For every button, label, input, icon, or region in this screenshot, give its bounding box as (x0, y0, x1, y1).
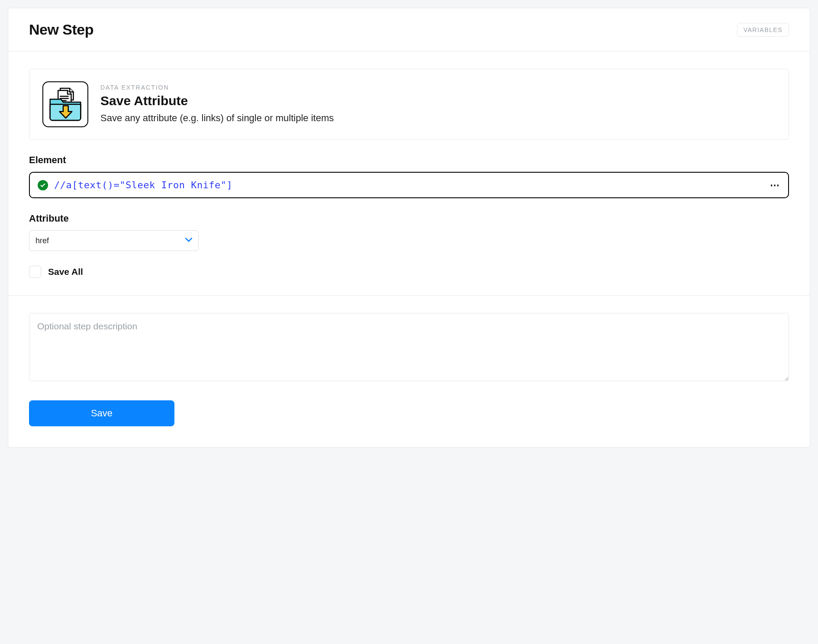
check-circle-icon (38, 180, 48, 190)
attribute-select[interactable]: href (29, 230, 199, 251)
panel-header: New Step VARIABLES (8, 8, 810, 52)
element-xpath-value[interactable]: //a[text()="Sleek Iron Knife"] (54, 180, 764, 190)
folder-download-icon (42, 81, 88, 127)
save-all-checkbox[interactable] (29, 266, 41, 278)
step-description-input[interactable] (29, 313, 789, 381)
more-menu-icon[interactable]: ⋯ (770, 180, 780, 191)
element-label: Element (29, 155, 789, 166)
save-button[interactable]: Save (29, 400, 174, 426)
variables-button[interactable]: VARIABLES (737, 23, 789, 37)
page-title: New Step (29, 21, 93, 38)
step-card: DATA EXTRACTION Save Attribute Save any … (29, 69, 789, 140)
save-all-label: Save All (48, 267, 83, 277)
step-title: Save Attribute (100, 93, 334, 108)
step-description: Save any attribute (e.g. links) of singl… (100, 112, 334, 125)
element-input[interactable]: //a[text()="Sleek Iron Knife"] ⋯ (29, 172, 789, 198)
attribute-selected-value: href (35, 236, 49, 245)
step-eyebrow: DATA EXTRACTION (100, 84, 334, 91)
attribute-label: Attribute (29, 213, 789, 224)
